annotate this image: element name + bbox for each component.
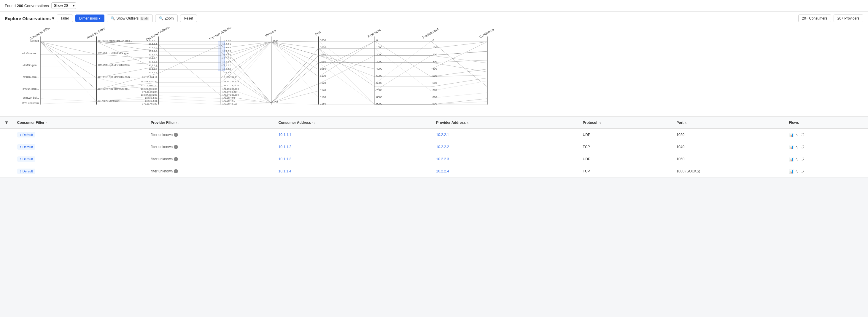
- info-icon[interactable]: i: [174, 169, 178, 173]
- reset-button[interactable]: Reset: [180, 14, 197, 22]
- filter-button[interactable]: ▼: [4, 120, 9, 125]
- row2-consumer-address-link[interactable]: 10.1.1.2: [279, 145, 291, 149]
- svg-text:OTHER: rcdn9-dci13n-gen...: OTHER: rcdn9-dci13n-gen...: [98, 52, 132, 55]
- bar-chart-icon[interactable]: 📊: [789, 145, 794, 149]
- found-count: 200: [17, 4, 24, 8]
- row3-provider-address-link[interactable]: 10.2.2.3: [436, 157, 449, 161]
- svg-text:Confidence: Confidence: [479, 28, 495, 39]
- data-table: ▼ Consumer Filter ↑ Provider Filter ↑↓ C…: [0, 117, 868, 177]
- svg-text:173.38.45.100: 173.38.45.100: [222, 103, 238, 105]
- svg-text:IER: unknown: IER: unknown: [22, 102, 39, 105]
- svg-text:-dci13n-gen...: -dci13n-gen...: [23, 64, 39, 67]
- info-icon[interactable]: i: [174, 157, 178, 161]
- row3-consumer-address-link[interactable]: 10.1.1.3: [279, 157, 291, 161]
- shield-icon[interactable]: 🛡: [800, 169, 804, 174]
- svg-text:300: 300: [433, 60, 437, 63]
- row4-consumer-address-link[interactable]: 10.1.1.4: [279, 169, 291, 173]
- row4-consumer-filter-value: Default: [23, 170, 33, 173]
- th-port[interactable]: Port ↑↓: [672, 117, 785, 129]
- svg-text:OTHER: rtp1-dcm01n-dcm...: OTHER: rtp1-dcm01n-dcm...: [98, 64, 132, 67]
- explore-section: Explore Observations ▾ Taller Dimensions…: [0, 11, 868, 117]
- row2-provider-address-link[interactable]: 10.2.2.2: [436, 145, 449, 149]
- parallel-coords-container[interactable]: Consumer Filter Provider Filter Consumer…: [5, 25, 863, 116]
- trend-icon[interactable]: ∿: [795, 157, 799, 162]
- show-select-wrap[interactable]: Show 10 Show 20 Show 50 Show 100: [51, 2, 76, 9]
- th-provider-address-label: Provider Address: [436, 120, 466, 125]
- provider-address-sort-icon[interactable]: ↑↓: [467, 121, 470, 125]
- shield-icon[interactable]: 🛡: [800, 133, 804, 137]
- row1-consumer-address: 10.1.1.1: [274, 129, 432, 141]
- row4-provider-address-link[interactable]: 10.2.2.4: [436, 169, 449, 173]
- info-icon[interactable]: i: [174, 133, 178, 137]
- svg-text:Default: Default: [30, 39, 39, 42]
- svg-text:1120: 1120: [320, 81, 326, 84]
- port-sort-icon[interactable]: ↑↓: [685, 121, 688, 125]
- explore-chevron-icon: ▾: [52, 16, 54, 21]
- explore-title[interactable]: Explore Observations ▾: [5, 16, 54, 21]
- row4-protocol: TCP: [579, 165, 673, 177]
- show-outliers-button[interactable]: 🔍 Show Outliers (trial): [107, 14, 153, 22]
- svg-text:0: 0: [376, 39, 378, 42]
- svg-text:OTHER: rcdn9-dci04n-isec...: OTHER: rcdn9-dci04n-isec...: [98, 39, 132, 42]
- protocol-sort-icon[interactable]: ↑↓: [598, 121, 601, 125]
- svg-text:8000: 8000: [376, 96, 382, 99]
- trend-icon[interactable]: ∿: [795, 169, 799, 174]
- th-filter[interactable]: ▼: [0, 117, 13, 129]
- dimensions-button[interactable]: Dimensions ▾: [75, 14, 105, 22]
- svg-text:100: 100: [433, 46, 437, 49]
- svg-text:900: 900: [433, 102, 437, 105]
- info-icon[interactable]: i: [174, 145, 178, 149]
- table-section: ▼ Consumer Filter ↑ Provider Filter ↑↓ C…: [0, 117, 868, 177]
- provider-filter-sort-icon[interactable]: ↑↓: [176, 121, 179, 125]
- consumer-filter-sort-icon[interactable]: ↑: [45, 121, 47, 125]
- th-provider-filter[interactable]: Provider Filter ↑↓: [147, 117, 274, 129]
- th-protocol[interactable]: Protocol ↑↓: [579, 117, 673, 129]
- svg-text:1180: 1180: [320, 102, 326, 105]
- svg-text:Port: Port: [314, 30, 321, 36]
- shield-icon[interactable]: 🛡: [800, 145, 804, 149]
- row1-provider-filter-value: filter unknown i: [151, 133, 270, 137]
- row3-port: 1060: [672, 153, 785, 165]
- svg-text:cm01n-oam...: cm01n-oam...: [23, 87, 39, 91]
- row3-provider-address: 10.2.2.3: [432, 153, 579, 165]
- row1-provider-address-link[interactable]: 10.2.2.1: [436, 133, 449, 137]
- row2-flows: 📊 ∿ 🛡: [785, 141, 868, 153]
- default-badge: ↕ Default: [17, 156, 35, 162]
- default-badge: ↕ Default: [17, 169, 35, 174]
- svg-text:173.38.45.100: 173.38.45.100: [142, 103, 157, 105]
- svg-text:1080: 1080: [320, 67, 326, 70]
- explore-title-text: Explore Observations: [5, 16, 51, 21]
- taller-button[interactable]: Taller: [57, 14, 73, 22]
- trend-icon[interactable]: ∿: [795, 133, 799, 137]
- th-protocol-label: Protocol: [583, 120, 597, 125]
- shield-icon[interactable]: 🛡: [800, 157, 804, 162]
- providers-badge[interactable]: 20+ Providers: [834, 14, 863, 22]
- bar-chart-icon[interactable]: 📊: [789, 157, 794, 162]
- row4-consumer-address: 10.1.1.4: [274, 165, 432, 177]
- svg-text:cm01n-dcm...: cm01n-dcm...: [23, 75, 38, 78]
- bar-chart-icon[interactable]: 📊: [789, 169, 794, 174]
- table-row: ↕ Default filter unknown i 10.1.1.1 10.2…: [0, 129, 868, 141]
- svg-text:5000: 5000: [376, 74, 382, 77]
- default-icon: ↕: [20, 157, 21, 161]
- th-provider-address[interactable]: Provider Address ↑↓: [432, 117, 579, 129]
- row2-consumer-filter: ↕ Default: [13, 141, 147, 153]
- svg-text:173.37.233.209: 173.37.233.209: [141, 94, 157, 96]
- row3-consumer-address: 10.1.1.3: [274, 153, 432, 165]
- row1-flow-icons: 📊 ∿ 🛡: [789, 133, 864, 137]
- row4-provider-address: 10.2.2.4: [432, 165, 579, 177]
- consumers-badge[interactable]: 20+ Consumers: [798, 14, 831, 22]
- show-select[interactable]: Show 10 Show 20 Show 50 Show 100: [51, 2, 76, 9]
- svg-text:OTHER: rtp1-dcm01n-oam...: OTHER: rtp1-dcm01n-oam...: [98, 75, 132, 78]
- trend-icon[interactable]: ∿: [795, 145, 799, 149]
- svg-text:Provider Filter: Provider Filter: [86, 28, 105, 40]
- row1-consumer-address-link[interactable]: 10.1.1.1: [279, 133, 291, 137]
- row4-provider-filter-value: filter unknown i: [151, 169, 270, 173]
- th-consumer-address[interactable]: Consumer Address ↑↓: [274, 117, 432, 129]
- th-consumer-filter-label: Consumer Filter: [17, 120, 44, 125]
- consumer-address-sort-icon[interactable]: ↑↓: [312, 121, 315, 125]
- zoom-button[interactable]: 🔍 Zoom: [155, 14, 178, 22]
- th-consumer-filter[interactable]: Consumer Filter ↑: [13, 117, 147, 129]
- bar-chart-icon[interactable]: 📊: [789, 133, 794, 137]
- row2-flow-icons: 📊 ∿ 🛡: [789, 145, 864, 149]
